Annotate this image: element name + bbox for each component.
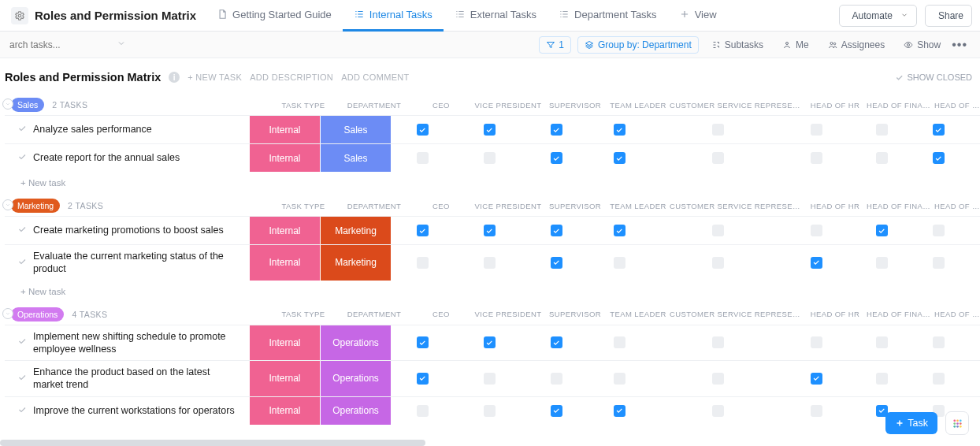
checkbox[interactable]: [551, 152, 562, 164]
department-cell[interactable]: Sales: [320, 116, 391, 143]
role-cell-hr[interactable]: [785, 116, 848, 143]
task-name-cell[interactable]: Analyze sales performance: [5, 116, 249, 143]
horizontal-scrollbar[interactable]: [0, 440, 980, 446]
role-cell-vp[interactable]: [454, 116, 525, 143]
role-cell-fin[interactable]: [848, 116, 915, 143]
add-task-button[interactable]: + New task: [5, 281, 980, 303]
checkbox[interactable]: [811, 257, 822, 269]
view-tab-external-tasks[interactable]: External Tasks: [444, 0, 548, 32]
role-cell-teamleader[interactable]: [588, 397, 651, 425]
role-cell-fin[interactable]: [848, 217, 915, 244]
role-cell-csr[interactable]: [651, 144, 785, 172]
role-cell-hr[interactable]: [785, 144, 848, 172]
checkbox[interactable]: [484, 152, 496, 164]
checkbox[interactable]: [811, 152, 822, 164]
role-cell-sa[interactable]: [915, 217, 961, 244]
role-cell-sa[interactable]: [915, 361, 961, 396]
more-menu-button[interactable]: •••: [947, 38, 972, 52]
task-row[interactable]: Evaluate the current marketing status of…: [5, 244, 980, 281]
checkbox[interactable]: [933, 257, 945, 269]
task-name-cell[interactable]: Create marketing promotions to boost sal…: [5, 217, 249, 244]
role-cell-fin[interactable]: [848, 144, 915, 172]
collapse-icon[interactable]: [2, 199, 13, 210]
settings-icon[interactable]: [11, 7, 28, 24]
checkbox[interactable]: [484, 336, 496, 348]
role-cell-vp[interactable]: [454, 361, 525, 396]
role-cell-teamleader[interactable]: [588, 245, 651, 281]
search-chevron-icon[interactable]: [117, 39, 126, 50]
task-type-cell[interactable]: Internal: [249, 116, 320, 143]
me-button[interactable]: Me: [776, 37, 815, 53]
role-cell-teamleader[interactable]: [588, 361, 651, 396]
checkbox[interactable]: [417, 373, 429, 385]
collapse-icon[interactable]: [2, 98, 13, 110]
role-cell-csr[interactable]: [651, 325, 785, 361]
role-cell-vp[interactable]: [454, 245, 525, 281]
task-type-cell[interactable]: Internal: [249, 361, 320, 396]
group-badge[interactable]: Sales: [11, 98, 44, 112]
checkbox[interactable]: [933, 225, 945, 236]
assignees-button[interactable]: Assignees: [822, 37, 891, 53]
view-tab-department-tasks[interactable]: Department Tasks: [548, 0, 668, 32]
checkbox[interactable]: [614, 405, 625, 417]
checkbox[interactable]: [551, 336, 562, 348]
role-cell-supervisor[interactable]: [525, 245, 588, 281]
checkbox[interactable]: [484, 257, 496, 269]
role-cell-ceo[interactable]: [391, 116, 454, 143]
checkbox[interactable]: [417, 336, 429, 348]
checkbox[interactable]: [417, 225, 429, 236]
role-cell-csr[interactable]: [651, 361, 785, 396]
checkbox[interactable]: [551, 405, 562, 417]
checkbox[interactable]: [614, 257, 625, 269]
checkbox[interactable]: [811, 373, 822, 385]
role-cell-vp[interactable]: [454, 325, 525, 361]
role-cell-csr[interactable]: [651, 116, 785, 143]
task-name-cell[interactable]: Implement new shifting schedule to promo…: [5, 325, 249, 361]
checkbox[interactable]: [811, 225, 822, 236]
automate-button[interactable]: Automate: [839, 5, 917, 27]
role-cell-hr[interactable]: [785, 325, 848, 361]
role-cell-ceo[interactable]: [391, 217, 454, 244]
role-cell-csr[interactable]: [651, 397, 785, 425]
role-cell-supervisor[interactable]: [525, 361, 588, 396]
task-row[interactable]: Analyze sales performanceInternalSales: [5, 115, 980, 143]
checkbox[interactable]: [551, 225, 562, 236]
role-cell-sa[interactable]: [915, 116, 961, 143]
add-comment-link[interactable]: ADD COMMENT: [341, 72, 409, 82]
checkbox[interactable]: [484, 225, 496, 236]
checkbox[interactable]: [417, 257, 429, 269]
checkbox[interactable]: [614, 225, 625, 236]
task-type-cell[interactable]: Internal: [249, 325, 320, 361]
checkbox[interactable]: [933, 373, 945, 385]
role-cell-ceo[interactable]: [391, 144, 454, 172]
show-closed-button[interactable]: SHOW CLOSED: [895, 72, 972, 82]
info-icon[interactable]: i: [169, 72, 180, 83]
role-cell-teamleader[interactable]: [588, 144, 651, 172]
department-cell[interactable]: Marketing: [320, 245, 391, 281]
role-cell-hr[interactable]: [785, 397, 848, 425]
task-row[interactable]: Create marketing promotions to boost sal…: [5, 216, 980, 244]
checkbox[interactable]: [811, 336, 822, 348]
task-name-cell[interactable]: Create report for the annual sales: [5, 144, 249, 172]
search-input[interactable]: [8, 39, 102, 51]
checkbox[interactable]: [712, 225, 724, 236]
role-cell-fin[interactable]: [848, 325, 915, 361]
checkbox[interactable]: [933, 336, 945, 348]
checkbox[interactable]: [484, 124, 496, 136]
add-description-link[interactable]: ADD DESCRIPTION: [250, 72, 333, 82]
checkbox[interactable]: [712, 257, 724, 269]
group-badge[interactable]: Operations: [11, 307, 64, 321]
filter-count-pill[interactable]: 1: [539, 36, 571, 54]
checkbox[interactable]: [876, 336, 888, 348]
role-cell-fin[interactable]: [848, 361, 915, 396]
checkbox[interactable]: [712, 373, 724, 385]
group-badge[interactable]: Marketing: [11, 199, 60, 213]
role-cell-supervisor[interactable]: [525, 116, 588, 143]
task-type-cell[interactable]: Internal: [249, 144, 320, 172]
role-cell-vp[interactable]: [454, 397, 525, 425]
checkbox[interactable]: [614, 336, 625, 348]
checkbox[interactable]: [933, 152, 945, 164]
task-type-cell[interactable]: Internal: [249, 245, 320, 281]
role-cell-ceo[interactable]: [391, 361, 454, 396]
checkbox[interactable]: [811, 124, 822, 136]
